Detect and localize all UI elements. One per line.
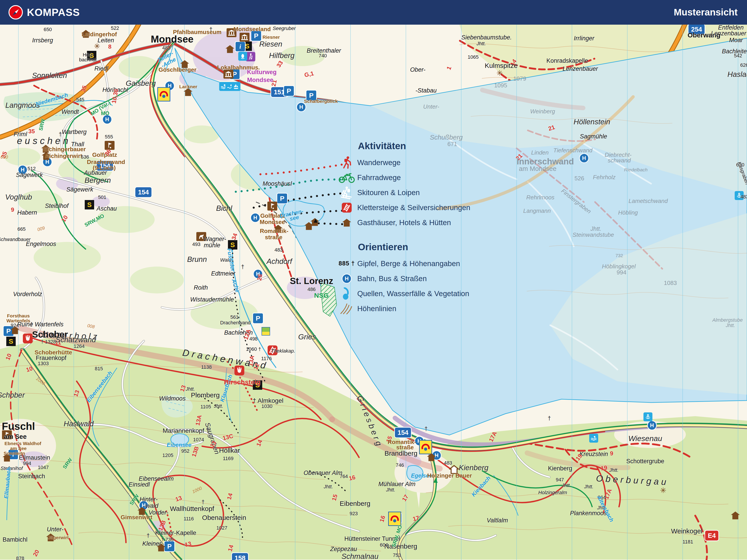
- legend-orientation-section: Orientieren 885 †Gipfel, Berge & Höhenan…: [336, 242, 520, 316]
- header-bar: KOMPASS Musteransicht: [0, 0, 747, 25]
- legend-item: HBahn, Bus & Straßen: [336, 271, 520, 286]
- legend-item: 885 †Gipfel, Berge & Höhenangaben: [336, 256, 520, 271]
- legend-item-label: Bahn, Bus & Straßen: [357, 274, 427, 283]
- legend-activities-section: Aktivitäten WanderwegeFahrradwegeSkitour…: [336, 141, 520, 230]
- legend-item-label: Skitouren & Loipen: [357, 188, 420, 197]
- hut-icon: [336, 218, 357, 227]
- kompass-brand: KOMPASS: [8, 5, 80, 20]
- legend-orientation-items: 885 †Gipfel, Berge & HöhenangabenHBahn, …: [336, 256, 520, 316]
- legend-item-label: Klettersteige & Seilversicherungen: [357, 204, 470, 212]
- legend-item-label: Wanderwege: [357, 158, 401, 167]
- bus-stop-icon: H: [336, 274, 357, 284]
- legend-item: Klettersteige & Seilversicherungen: [336, 200, 520, 215]
- legend-item: Skitouren & Loipen: [336, 185, 520, 200]
- page-title: Musteransicht: [674, 7, 738, 18]
- hiker-icon: [336, 156, 357, 169]
- legend-item: Gasthäuser, Hotels & Hütten: [336, 215, 520, 230]
- legend-item: Fahrradwege: [336, 170, 520, 185]
- legend-item-label: Gipfel, Berge & Höhenangaben: [357, 259, 460, 268]
- kompass-map-sample-view: 154154154151254158E4PPPPPPPPPSSSSSSHHHHH…: [0, 0, 747, 560]
- legend-activities-items: WanderwegeFahrradwegeSkitouren & LoipenK…: [336, 155, 520, 230]
- bike-icon: [336, 172, 357, 183]
- contour-icon: [336, 303, 357, 314]
- legend-item-label: Fahrradwege: [357, 174, 401, 182]
- climbing-icon: [336, 203, 357, 213]
- kompass-logo-text: KOMPASS: [27, 6, 80, 18]
- legend-item-label: Quellen, Wasserfälle & Vegetation: [357, 289, 469, 298]
- legend-item: Höhenlinien: [336, 301, 520, 316]
- peak-icon: 885 †: [336, 260, 357, 267]
- legend-item-label: Gasthäuser, Hotels & Hütten: [357, 218, 451, 227]
- legend-item: Quellen, Wasserfälle & Vegetation: [336, 286, 520, 301]
- legend-item-label: Höhenlinien: [357, 304, 396, 313]
- legend-item: Wanderwege: [336, 155, 520, 170]
- spring-icon: [336, 287, 357, 300]
- map-canvas: 154154154151254158E4PPPPPPPPPSSSSSSHHHHH…: [0, 0, 747, 560]
- map-legend: Aktivitäten WanderwegeFahrradwegeSkitour…: [336, 141, 520, 316]
- legend-activities-title: Aktivitäten: [358, 141, 520, 152]
- kompass-logo-icon: [8, 5, 23, 20]
- legend-orientation-title: Orientieren: [358, 242, 520, 252]
- ski-icon: [336, 186, 357, 199]
